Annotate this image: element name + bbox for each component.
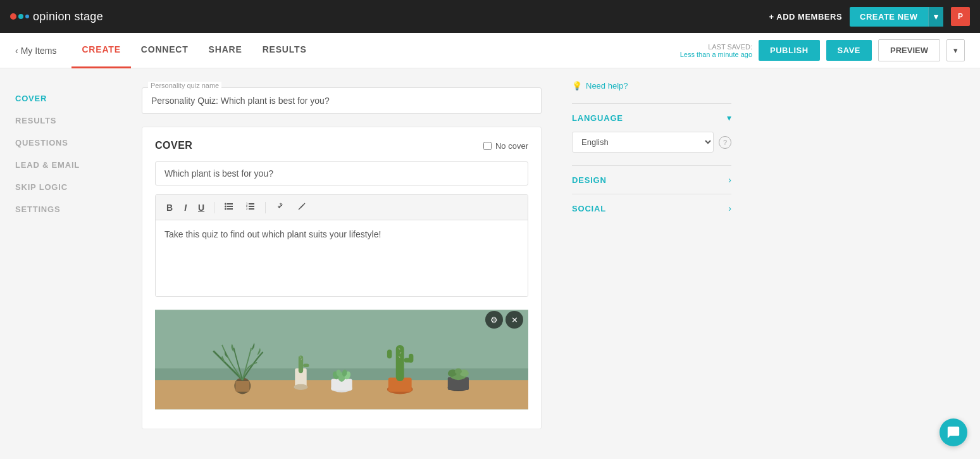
top-navbar: opinion stage + ADD MEMBERS CREATE NEW ▾… <box>0 0 980 33</box>
cover-card-header: COVER No cover <box>155 140 528 151</box>
sidebar-item-skip-logic[interactable]: SKIP LOGIC <box>15 176 111 198</box>
toolbar-separator-1 <box>214 202 214 213</box>
bullet-list-button[interactable] <box>220 199 239 216</box>
create-new-button[interactable]: CREATE NEW ▾ <box>850 7 943 27</box>
svg-point-48 <box>455 368 462 374</box>
left-sidebar: COVER RESULTS QUESTIONS LEAD & EMAIL SKI… <box>0 68 127 459</box>
quiz-name-input[interactable] <box>142 87 542 114</box>
chat-bubble[interactable] <box>940 418 967 446</box>
nav-tabs: ‹ My Items CREATE CONNECT SHARE RESULTS <box>15 33 680 68</box>
publish-button[interactable]: PUBLISH <box>759 40 820 61</box>
svg-rect-2 <box>227 208 233 210</box>
social-chevron-icon: › <box>728 203 731 213</box>
toolbar-separator-2 <box>265 202 266 213</box>
cover-card-title: COVER <box>155 140 192 151</box>
svg-rect-6 <box>249 203 254 204</box>
quiz-name-label: Personality quiz name <box>148 82 221 89</box>
bold-button[interactable]: B <box>162 200 177 215</box>
rte-body[interactable]: Take this quiz to find out which plant s… <box>156 220 528 296</box>
lightbulb-icon: 💡 <box>572 81 582 91</box>
svg-rect-14 <box>155 310 528 368</box>
design-section-header[interactable]: DESIGN › <box>572 175 731 185</box>
navbar-right: + ADD MEMBERS CREATE NEW ▾ P <box>769 7 970 27</box>
save-button[interactable]: SAVE <box>826 40 872 61</box>
tab-results[interactable]: RESULTS <box>252 33 317 68</box>
center-content: Personality quiz name COVER No cover B I… <box>127 68 557 459</box>
tab-create[interactable]: CREATE <box>71 33 130 68</box>
create-new-caret[interactable]: ▾ <box>928 7 944 27</box>
main-layout: COVER RESULTS QUESTIONS LEAD & EMAIL SKI… <box>0 68 980 459</box>
language-chevron-icon: ▾ <box>727 113 731 123</box>
my-items-label: My Items <box>21 46 57 56</box>
link-button[interactable] <box>271 199 290 216</box>
svg-line-12 <box>299 203 305 210</box>
cover-image <box>155 306 528 413</box>
social-section-header[interactable]: SOCIAL › <box>572 203 731 213</box>
need-help-label: Need help? <box>586 81 628 91</box>
design-chevron-icon: › <box>728 175 731 185</box>
svg-rect-1 <box>227 206 233 207</box>
secondary-nav: ‹ My Items CREATE CONNECT SHARE RESULTS … <box>0 33 980 68</box>
svg-text:3: 3 <box>246 207 248 210</box>
svg-point-20 <box>294 384 307 390</box>
svg-rect-39 <box>409 354 413 363</box>
add-members-button[interactable]: + ADD MEMBERS <box>769 12 842 22</box>
last-saved-label: LAST SAVED: <box>680 43 752 51</box>
social-section: SOCIAL › <box>572 194 731 222</box>
language-select-wrapper: English Spanish French German Portuguese… <box>572 123 731 156</box>
my-items-link[interactable]: ‹ My Items <box>15 46 56 56</box>
sidebar-item-cover[interactable]: COVER <box>15 87 111 110</box>
cover-card: COVER No cover B I U <box>142 127 542 429</box>
logo-dot-blue <box>25 15 29 18</box>
language-select[interactable]: English Spanish French German Portuguese <box>572 132 714 153</box>
language-help-icon[interactable]: ? <box>719 136 731 149</box>
no-cover-checkbox-label[interactable]: No cover <box>483 141 528 151</box>
sidebar-item-results[interactable]: RESULTS <box>15 110 111 132</box>
unlink-button[interactable] <box>292 199 311 216</box>
create-new-label: CREATE NEW <box>860 12 917 22</box>
nav-actions: LAST SAVED: Less than a minute ago PUBLI… <box>680 39 965 61</box>
svg-rect-18 <box>235 381 249 392</box>
social-section-title: SOCIAL <box>572 204 606 213</box>
need-help-link[interactable]: 💡 Need help? <box>572 81 731 91</box>
language-section: LANGUAGE ▾ English Spanish French German… <box>572 103 731 165</box>
svg-point-5 <box>225 208 226 210</box>
italic-button[interactable]: I <box>180 200 191 215</box>
logo-dot-red <box>10 13 16 20</box>
last-saved-time: Less than a minute ago <box>680 51 752 58</box>
logo-dots <box>10 13 29 20</box>
language-section-header[interactable]: LANGUAGE ▾ <box>572 113 731 123</box>
language-section-title: LANGUAGE <box>572 113 623 123</box>
sidebar-item-settings[interactable]: SETTINGS <box>15 198 111 220</box>
quiz-name-wrapper: Personality quiz name <box>142 87 542 114</box>
no-cover-checkbox[interactable] <box>483 142 492 150</box>
numbered-list-button[interactable]: 123 <box>241 199 260 216</box>
svg-point-3 <box>225 203 226 205</box>
svg-rect-35 <box>396 345 404 381</box>
sidebar-item-questions[interactable]: QUESTIONS <box>15 132 111 154</box>
tab-share[interactable]: SHARE <box>199 33 252 68</box>
svg-point-4 <box>225 206 226 208</box>
rich-text-editor: B I U 123 <box>155 194 528 297</box>
underline-button[interactable]: U <box>194 200 209 215</box>
svg-rect-7 <box>249 206 254 207</box>
preview-button[interactable]: PREVIEW <box>878 39 940 61</box>
tab-connect[interactable]: CONNECT <box>131 33 199 68</box>
avatar[interactable]: P <box>951 7 970 26</box>
image-settings-button[interactable]: ⚙ <box>485 311 503 329</box>
design-section: DESIGN › <box>572 165 731 194</box>
svg-rect-0 <box>227 203 233 204</box>
back-arrow-icon: ‹ <box>15 46 18 56</box>
svg-rect-8 <box>249 208 254 210</box>
question-title-input[interactable] <box>155 161 528 185</box>
image-remove-button[interactable]: ✕ <box>506 311 523 329</box>
logo: opinion stage <box>10 10 103 23</box>
cover-image-area: ⚙ ✕ <box>155 306 528 416</box>
logo-text: opinion stage <box>33 10 103 23</box>
design-section-title: DESIGN <box>572 175 607 185</box>
svg-rect-21 <box>299 356 303 374</box>
sidebar-item-lead-email[interactable]: LEAD & EMAIL <box>15 154 111 176</box>
svg-rect-23 <box>303 363 309 367</box>
more-options-button[interactable]: ▾ <box>946 39 965 61</box>
last-saved: LAST SAVED: Less than a minute ago <box>680 43 752 58</box>
